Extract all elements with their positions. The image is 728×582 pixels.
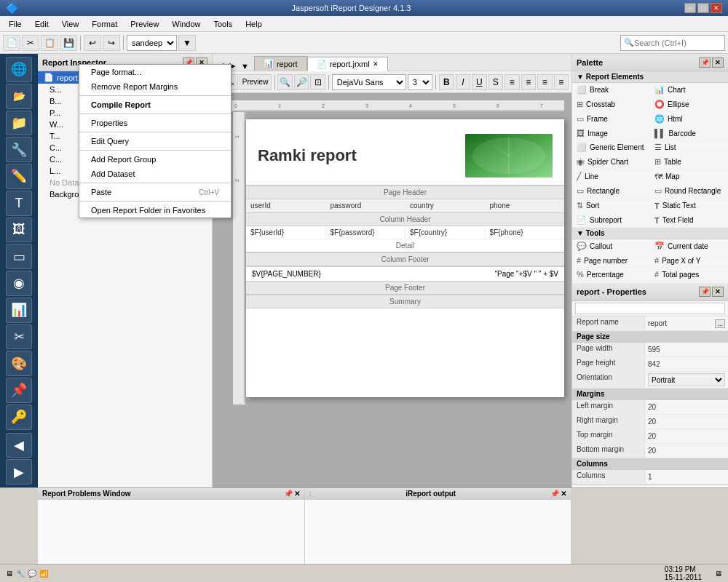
palette-table[interactable]: ⊞Table <box>650 155 728 170</box>
copy-button[interactable]: 📋 <box>41 35 58 51</box>
palette-subreport[interactable]: 📄Subreport <box>572 213 650 228</box>
palette-close-btn[interactable]: ✕ <box>712 57 724 68</box>
undo-button[interactable]: ↩ <box>84 35 101 51</box>
menu-file[interactable]: File <box>3 18 28 30</box>
palette-page-x-of-y[interactable]: #Page X of Y <box>650 254 728 268</box>
zoom-in-btn[interactable]: 🔎 <box>294 74 309 90</box>
ctx-edit-query[interactable]: Edit Query <box>79 134 231 148</box>
cut-button[interactable]: ✂ <box>22 35 39 51</box>
palette-callout[interactable]: 💬Callout <box>572 239 650 254</box>
palette-spider[interactable]: 🕷Spider Chart <box>572 155 650 170</box>
tab-report[interactable]: 📊 report <box>254 56 307 71</box>
palette-break[interactable]: ⬜Break <box>572 83 650 97</box>
menu-window[interactable]: Window <box>166 18 206 30</box>
ctx-paste[interactable]: Paste Ctrl+V <box>79 185 231 199</box>
taskbar-bottom-2[interactable]: ▶ <box>6 459 32 485</box>
tab-close-btn[interactable]: ✕ <box>373 60 379 68</box>
orientation-select[interactable]: Portrait Landscape <box>648 373 725 386</box>
zoom-out-btn[interactable]: 🔍 <box>277 74 293 90</box>
ctx-open-folder[interactable]: Open Report Folder in Favorites <box>79 203 231 218</box>
new-button[interactable]: 📄 <box>3 35 20 51</box>
search-input[interactable] <box>634 39 721 47</box>
palette-crosstab[interactable]: ⊞Crosstab <box>572 97 650 112</box>
user-dropdown[interactable]: sandeep <box>127 35 177 51</box>
align-justify[interactable]: ≡ <box>554 74 569 90</box>
taskbar-item-2[interactable]: 📂 <box>6 84 32 109</box>
palette-chart[interactable]: 📊Chart <box>650 83 728 97</box>
zoom-fit-btn[interactable]: ⊡ <box>310 74 325 90</box>
align-strikethrough[interactable]: S <box>488 74 504 90</box>
save-button[interactable]: 💾 <box>60 35 77 51</box>
palette-map[interactable]: 🗺Map <box>650 170 728 184</box>
align-underline[interactable]: U <box>472 74 487 90</box>
minimize-button[interactable]: – <box>684 3 696 13</box>
ctx-properties[interactable]: Properties <box>79 116 231 130</box>
menu-view[interactable]: View <box>56 18 85 30</box>
taskbar-item-7[interactable]: 🖼 <box>6 218 32 243</box>
align-center[interactable]: ≡ <box>521 74 537 90</box>
palette-barcode[interactable]: ▌▌Barcode <box>650 127 728 140</box>
taskbar-item-11[interactable]: ✂ <box>6 324 32 350</box>
palette-percentage[interactable]: %Percentage <box>572 268 650 282</box>
ctx-page-format[interactable]: Page format... <box>79 65 231 79</box>
canvas-scroll[interactable]: 0 1 2 3 4 5 6 7 1 2 <box>213 93 571 487</box>
ctx-add-dataset[interactable]: Add Dataset <box>79 167 231 181</box>
taskbar-item-9[interactable]: ◉ <box>6 271 32 296</box>
taskbar-browser[interactable]: 🌐 <box>6 57 32 82</box>
align-left[interactable]: ≡ <box>505 74 520 90</box>
palette-image[interactable]: 🖼Image <box>572 127 650 140</box>
user-btn[interactable]: ▼ <box>178 35 196 51</box>
taskbar-item-13[interactable]: 📌 <box>6 378 32 403</box>
align-italic[interactable]: I <box>456 74 471 90</box>
align-right[interactable]: ≡ <box>537 74 553 90</box>
palette-html[interactable]: 🌐Html <box>650 112 728 127</box>
size-select[interactable]: 3 <box>408 74 433 90</box>
taskbar-item-10[interactable]: 📊 <box>6 298 32 323</box>
properties-close-btn[interactable]: ✕ <box>712 287 724 297</box>
palette-frame[interactable]: ▭Frame <box>572 112 650 127</box>
taskbar-paint[interactable]: 🎨 <box>6 351 32 376</box>
taskbar-item-6[interactable]: T <box>6 191 32 216</box>
palette-generic[interactable]: ⬜Generic Element <box>572 140 650 155</box>
properties-pin-btn[interactable]: 📌 <box>699 287 711 297</box>
palette-page-number[interactable]: #Page number <box>572 254 650 268</box>
prop-filter-input[interactable] <box>575 303 725 314</box>
taskbar-item-5[interactable]: ✏️ <box>6 164 32 189</box>
preview-btn[interactable]: Preview <box>240 74 272 90</box>
taskbar-item-14[interactable]: 🔑 <box>6 404 32 430</box>
palette-ellipse[interactable]: ⭕Ellipse <box>650 97 728 112</box>
taskbar-item-8[interactable]: ▭ <box>6 244 32 269</box>
tab-report-jrxml[interactable]: 📄 report.jrxml ✕ <box>307 57 388 71</box>
ctx-add-group[interactable]: Add Report Group <box>79 152 231 167</box>
taskbar-bottom-1[interactable]: ◀ <box>6 433 32 458</box>
ctx-compile[interactable]: Compile Report <box>79 97 231 112</box>
palette-line[interactable]: ╱Line <box>572 170 650 184</box>
redo-button[interactable]: ↪ <box>103 35 120 51</box>
palette-current-date[interactable]: 📅Current date <box>650 239 728 254</box>
font-select[interactable]: DejaVu Sans <box>332 74 406 90</box>
menu-tools[interactable]: Tools <box>207 18 238 30</box>
problems-min-btn[interactable]: 📌 <box>284 490 293 498</box>
output-close-btn[interactable]: ✕ <box>561 490 566 498</box>
menu-format[interactable]: Format <box>86 18 123 30</box>
close-button[interactable]: ✕ <box>711 3 722 13</box>
taskbar-item-3[interactable]: 📁 <box>6 111 32 136</box>
palette-text-field[interactable]: TText Field <box>650 213 728 228</box>
menu-edit[interactable]: Edit <box>29 18 55 30</box>
ctx-remove-margins[interactable]: Remove Report Margins <box>79 79 231 94</box>
palette-static-text[interactable]: TStatic Text <box>650 199 728 213</box>
tools-header[interactable]: ▼ Tools <box>572 228 728 239</box>
palette-sort[interactable]: ⇅Sort <box>572 199 650 213</box>
maximize-button[interactable]: □ <box>697 3 709 13</box>
palette-list[interactable]: ☰List <box>650 140 728 155</box>
palette-rect[interactable]: ▭Rectangle <box>572 184 650 199</box>
palette-round-rect[interactable]: ▭Round Rectangle <box>650 184 728 199</box>
align-bold[interactable]: B <box>439 74 454 90</box>
palette-pin-btn[interactable]: 📌 <box>699 57 711 68</box>
menu-preview[interactable]: Preview <box>124 18 165 30</box>
palette-total-pages[interactable]: #Total pages <box>650 268 728 282</box>
report-elements-header[interactable]: ▼ Report Elements <box>572 71 728 83</box>
taskbar-item-4[interactable]: 🔧 <box>6 137 32 162</box>
output-pin-btn[interactable]: 📌 <box>550 490 559 498</box>
problems-close-btn[interactable]: ✕ <box>294 490 300 498</box>
